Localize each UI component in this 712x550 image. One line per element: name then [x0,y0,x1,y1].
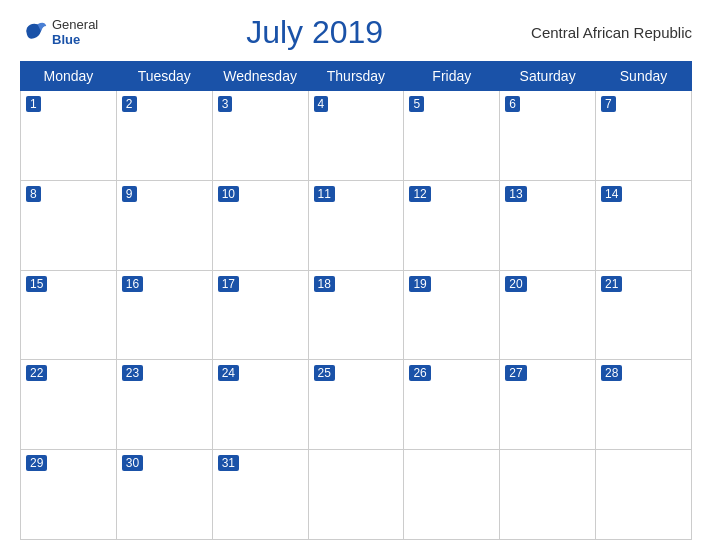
day-number: 22 [26,365,47,381]
weekday-header: Sunday [596,62,692,91]
calendar-day-cell: 8 [21,180,117,270]
day-number: 31 [218,455,239,471]
day-number: 28 [601,365,622,381]
calendar-day-cell [404,450,500,540]
calendar-day-cell: 6 [500,91,596,181]
day-number: 17 [218,276,239,292]
calendar-day-cell: 1 [21,91,117,181]
calendar-week-row: 15161718192021 [21,270,692,360]
logo: General Blue [20,18,98,47]
calendar-table: MondayTuesdayWednesdayThursdayFridaySatu… [20,61,692,540]
day-number: 12 [409,186,430,202]
day-number: 7 [601,96,616,112]
calendar-day-cell: 21 [596,270,692,360]
day-number: 30 [122,455,143,471]
calendar-day-cell [500,450,596,540]
calendar-title: July 2019 [98,14,531,51]
weekday-header: Thursday [308,62,404,91]
calendar-day-cell: 25 [308,360,404,450]
weekday-header: Wednesday [212,62,308,91]
calendar-day-cell: 16 [116,270,212,360]
day-number: 27 [505,365,526,381]
day-number: 10 [218,186,239,202]
calendar-day-cell: 24 [212,360,308,450]
day-number: 4 [314,96,329,112]
calendar-week-row: 293031 [21,450,692,540]
day-number: 14 [601,186,622,202]
logo-bird-icon [20,19,48,47]
calendar-day-cell: 3 [212,91,308,181]
day-number: 6 [505,96,520,112]
calendar-day-cell: 2 [116,91,212,181]
day-number: 26 [409,365,430,381]
calendar-day-cell: 29 [21,450,117,540]
logo-text: General Blue [52,18,98,47]
calendar-day-cell: 22 [21,360,117,450]
logo-blue: Blue [52,33,98,47]
calendar-day-cell: 11 [308,180,404,270]
calendar-header-row: MondayTuesdayWednesdayThursdayFridaySatu… [21,62,692,91]
calendar-day-cell: 5 [404,91,500,181]
calendar-day-cell: 18 [308,270,404,360]
calendar-day-cell [596,450,692,540]
weekday-header: Tuesday [116,62,212,91]
calendar-day-cell: 14 [596,180,692,270]
day-number: 3 [218,96,233,112]
calendar-day-cell: 26 [404,360,500,450]
day-number: 8 [26,186,41,202]
day-number: 21 [601,276,622,292]
calendar-day-cell: 7 [596,91,692,181]
weekday-header: Saturday [500,62,596,91]
day-number: 24 [218,365,239,381]
day-number: 16 [122,276,143,292]
weekday-header: Monday [21,62,117,91]
calendar-day-cell: 30 [116,450,212,540]
day-number: 25 [314,365,335,381]
day-number: 5 [409,96,424,112]
calendar-day-cell: 19 [404,270,500,360]
calendar-day-cell: 12 [404,180,500,270]
calendar-body: 1234567891011121314151617181920212223242… [21,91,692,540]
calendar-day-cell [308,450,404,540]
day-number: 11 [314,186,335,202]
calendar-day-cell: 10 [212,180,308,270]
calendar-day-cell: 13 [500,180,596,270]
calendar-week-row: 1234567 [21,91,692,181]
calendar-day-cell: 23 [116,360,212,450]
day-number: 9 [122,186,137,202]
calendar-day-cell: 4 [308,91,404,181]
calendar-subtitle: Central African Republic [531,24,692,41]
day-number: 23 [122,365,143,381]
day-number: 15 [26,276,47,292]
calendar-day-cell: 20 [500,270,596,360]
weekday-header: Friday [404,62,500,91]
day-number: 19 [409,276,430,292]
calendar-header: General Blue July 2019 Central African R… [20,10,692,55]
day-number: 18 [314,276,335,292]
calendar-day-cell: 31 [212,450,308,540]
calendar-week-row: 22232425262728 [21,360,692,450]
day-number: 2 [122,96,137,112]
calendar-day-cell: 27 [500,360,596,450]
calendar-day-cell: 9 [116,180,212,270]
day-number: 20 [505,276,526,292]
calendar-week-row: 891011121314 [21,180,692,270]
calendar-day-cell: 28 [596,360,692,450]
day-number: 1 [26,96,41,112]
day-number: 13 [505,186,526,202]
calendar-day-cell: 17 [212,270,308,360]
calendar-day-cell: 15 [21,270,117,360]
day-number: 29 [26,455,47,471]
logo-general: General [52,18,98,32]
